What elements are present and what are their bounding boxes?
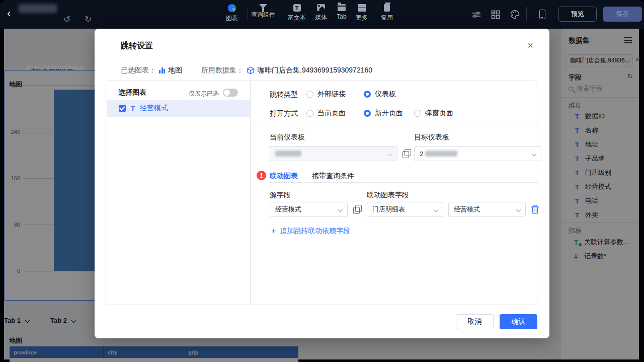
target-board-label: 目标仪表板 — [414, 133, 449, 142]
radio-on-icon — [364, 110, 371, 117]
tab-linked-charts[interactable]: 联动图表 — [270, 172, 298, 181]
dialog-info-row: 已选图表： 地图 所用数据集： 咖啡门店合集,94936991593097216… — [121, 66, 372, 75]
chart-list-item-label: 经营模式 — [140, 104, 168, 113]
radio-off-icon — [414, 110, 421, 117]
undo-icon[interactable]: ↺ — [63, 14, 70, 25]
source-field-value: 经营模式 — [275, 205, 336, 214]
dataset-label: 所用数据集： — [201, 66, 244, 75]
show-selected-only-toggle[interactable] — [223, 89, 238, 97]
copy-icon[interactable] — [403, 149, 412, 158]
linked-field-label: 联动图表字段 — [367, 191, 409, 200]
current-board-label: 当前仪表板 — [270, 133, 305, 142]
checkbox-checked-icon[interactable] — [119, 105, 126, 112]
dataset-cube-icon — [247, 66, 255, 75]
document-title-redacted — [18, 4, 57, 13]
selected-chart-label: 已选图表： — [121, 66, 156, 75]
bar-chart-icon — [159, 67, 165, 74]
radio-current-page[interactable]: 当前页面 — [306, 109, 346, 118]
linked-field-value: 经营模式 — [454, 205, 514, 214]
preview-button[interactable]: 预览 — [558, 7, 597, 22]
radio-off-icon — [306, 110, 313, 117]
chevron-down-icon — [532, 151, 537, 156]
radio-dashboard[interactable]: 仪表板 — [364, 90, 396, 99]
radio-off-icon — [306, 91, 313, 98]
tab-component-icon — [338, 4, 346, 11]
close-icon[interactable]: × — [527, 40, 533, 51]
dialog-content-box: 选择图表 仅展示已选 T 经营模式 跳转类型 外部链接 仪表板 打开方式 当前页… — [106, 81, 537, 305]
back-icon[interactable]: ‹ — [7, 8, 11, 19]
theme-palette-icon[interactable] — [510, 10, 520, 19]
tool-reuse[interactable]: 复用 — [372, 4, 402, 22]
media-image-icon — [317, 4, 325, 11]
step-1-badge: 1 — [257, 171, 266, 180]
chevron-down-icon — [338, 207, 343, 212]
jump-type-label: 跳转类型 — [270, 90, 298, 99]
dialog-title: 跳转设置 — [121, 41, 153, 51]
radio-new-page[interactable]: 新开页面 — [364, 109, 403, 118]
target-board-value: 2 — [420, 150, 423, 158]
current-board-value-redacted — [275, 151, 301, 157]
top-toolbar: ‹ ↺ ↻ 图表 查询组件 T 富文本 媒体 Tab 更多 — [0, 0, 644, 29]
text-field-icon: T — [131, 105, 135, 112]
chevron-down-icon — [388, 151, 393, 156]
save-button[interactable]: 保存 — [603, 7, 642, 22]
linked-table-select[interactable]: 门店明细表 — [367, 202, 443, 217]
tab-query-conditions[interactable]: 携带查询条件 — [312, 172, 354, 181]
open-mode-label: 打开方式 — [270, 109, 298, 118]
tool-chart[interactable]: 图表 — [217, 4, 247, 23]
target-board-value-redacted — [425, 151, 457, 157]
mobile-preview-icon[interactable] — [539, 10, 545, 19]
more-grid-icon — [358, 4, 366, 12]
filter-settings-icon[interactable] — [472, 10, 481, 19]
copy-icon[interactable] — [353, 205, 362, 214]
chart-list-header: 选择图表 — [118, 88, 146, 97]
confirm-button[interactable]: 确认 — [500, 314, 537, 329]
current-board-select — [270, 146, 397, 161]
tool-query[interactable]: 查询组件 — [248, 4, 278, 19]
components-kanban-icon[interactable] — [491, 10, 500, 19]
selected-chart-value: 地图 — [168, 66, 182, 75]
copy-page-icon — [384, 4, 390, 12]
chevron-down-icon — [516, 207, 521, 212]
source-field-select[interactable]: 经营模式 — [270, 202, 348, 217]
jump-settings-dialog: 跳转设置 × 已选图表： 地图 所用数据集： 咖啡门店合集,9493699159… — [95, 29, 549, 338]
chevron-down-icon — [434, 207, 439, 212]
redo-icon[interactable]: ↻ — [85, 14, 92, 25]
target-board-select[interactable]: 2 — [414, 146, 541, 161]
pie-chart-icon — [228, 4, 236, 12]
chart-list-item-selected[interactable]: T 经营模式 — [107, 100, 250, 117]
add-dependency-field-link[interactable]: + 追加跳转联动依赖字段 — [271, 227, 350, 236]
linked-field-select[interactable]: 经营模式 — [448, 202, 526, 217]
delete-trash-icon[interactable] — [531, 205, 539, 214]
show-selected-only-label: 仅展示已选 — [189, 90, 219, 98]
dataset-value: 咖啡门店合集,949369915930972160 — [258, 66, 372, 75]
filter-funnel-icon — [259, 4, 267, 9]
plus-icon: + — [271, 227, 276, 236]
radio-on-icon — [364, 91, 371, 98]
radio-popup-page[interactable]: 弹窗页面 — [414, 109, 453, 118]
app-window: 门店级别 快取店(PICKUP) 地图 320 240 160 80 0 Tab… — [0, 0, 644, 362]
source-field-label: 源字段 — [270, 191, 291, 200]
linked-table-value: 门店明细表 — [372, 205, 431, 214]
richtext-icon: T — [293, 4, 301, 12]
chart-list-panel: 选择图表 仅展示已选 T 经营模式 — [106, 81, 251, 305]
radio-external-link[interactable]: 外部链接 — [306, 90, 346, 99]
cancel-button[interactable]: 取消 — [456, 314, 494, 329]
